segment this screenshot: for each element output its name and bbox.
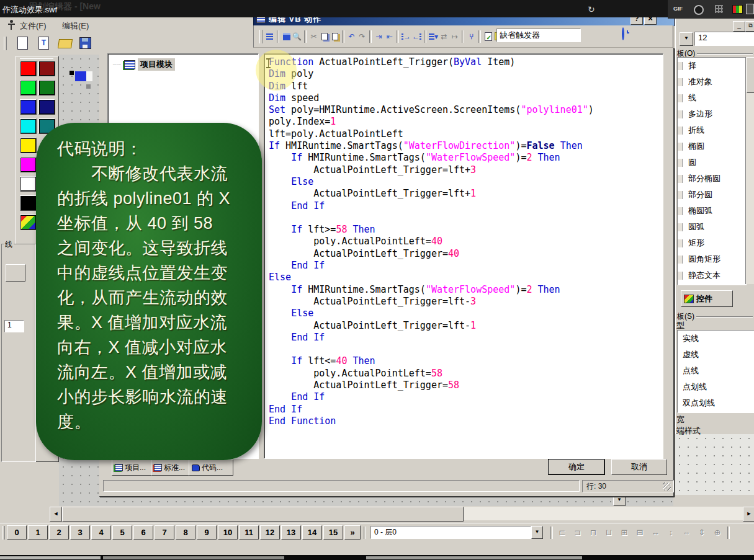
sort-list-icon[interactable]: ▾	[429, 30, 438, 43]
print-icon[interactable]	[282, 30, 291, 43]
toolbar-grip[interactable]	[4, 37, 7, 50]
object-list-scrollbar[interactable]	[745, 57, 754, 284]
palette-object-item[interactable]: 多边形	[678, 106, 746, 122]
goto-icon[interactable]: ↦	[450, 30, 459, 43]
layer-button[interactable]: 13	[281, 525, 301, 540]
design-canvas-right[interactable]	[675, 434, 754, 495]
copy-icon[interactable]	[320, 30, 329, 43]
layer-button[interactable]: 0	[7, 525, 27, 540]
tree-item-label[interactable]: 项目模块	[138, 58, 175, 71]
line-style-item[interactable]: 实线	[678, 331, 754, 347]
layer-button[interactable]: 5	[112, 525, 132, 540]
tree-item-project-modules[interactable]: ┈┈ 项目模块	[113, 58, 258, 71]
layer-button[interactable]: 15	[323, 525, 343, 540]
tab-project[interactable]: 项目...	[112, 460, 155, 476]
same-width-icon[interactable]: ⇔	[679, 526, 694, 540]
same-size-icon[interactable]: ⊕	[710, 526, 725, 540]
swap-ab-icon[interactable]: ⇄	[439, 30, 449, 43]
toolbar-grip[interactable]	[259, 30, 263, 43]
same-height-icon[interactable]: ⇕	[694, 526, 709, 540]
layer-button[interactable]: 4	[91, 525, 111, 540]
palette-object-item[interactable]: 静态文本	[678, 267, 746, 283]
align-left-icon[interactable]: ⊏	[555, 526, 570, 540]
cut-icon[interactable]: ✂	[309, 30, 318, 43]
line-style-item[interactable]: 点划线	[678, 379, 754, 395]
layerbar-grip[interactable]	[2, 526, 5, 540]
palette-object-item[interactable]: 线	[678, 90, 746, 106]
redo-icon[interactable]: ↷	[357, 30, 367, 43]
outdent-icon[interactable]: ⇤	[385, 30, 394, 43]
cancel-button[interactable]: 取消	[611, 459, 667, 475]
scrollbar-thumb[interactable]	[62, 507, 464, 522]
center-vertical-icon[interactable]: ⊟	[632, 526, 647, 540]
palette-object-item[interactable]: 矩形	[678, 235, 746, 251]
line-width-spin[interactable]: 1	[4, 320, 24, 332]
code-text[interactable]: Function ActualPointLeft_Trigger(ByVal I…	[269, 56, 594, 427]
layer-button[interactable]: 2	[49, 525, 69, 540]
print-preview-icon[interactable]: 🔍	[292, 30, 302, 43]
tab-controls[interactable]: 控件	[681, 290, 733, 307]
palette-object-item[interactable]: 择	[678, 58, 746, 74]
code-editor[interactable]: Function ActualPointLeft_Trigger(ByVal I…	[264, 53, 663, 459]
palette-object-item[interactable]: 圆角矩形	[678, 251, 746, 267]
canvas-object-polyline[interactable]	[75, 71, 86, 81]
color-swatch-multicolor[interactable]	[20, 215, 37, 230]
scroll-right-arrow[interactable]: ►	[743, 507, 754, 522]
align-bottom-icon[interactable]: ⊔	[601, 526, 616, 540]
horizontal-scrollbar[interactable]: ◄ ►	[50, 507, 754, 520]
layer-button[interactable]: 3	[70, 525, 90, 540]
color-swatch-dark-red[interactable]	[38, 61, 55, 76]
color-swatch-magenta[interactable]	[20, 157, 37, 172]
align-right-icon[interactable]: ⊐	[570, 526, 585, 540]
new-document-icon[interactable]	[17, 37, 28, 50]
font-size-field[interactable]: 12	[694, 32, 754, 46]
color-swatch-blue[interactable]	[20, 99, 37, 115]
save-icon[interactable]	[79, 37, 91, 49]
record-icon[interactable]	[694, 5, 704, 15]
capture-grid-icon[interactable]	[715, 5, 723, 13]
line-style-item[interactable]: 虚线	[678, 347, 754, 363]
list-icon[interactable]	[265, 30, 274, 43]
layer-button[interactable]: 12	[260, 525, 280, 540]
tab-standard[interactable]: 标准...	[151, 460, 193, 476]
color-swatch-white[interactable]	[20, 176, 37, 192]
layer-button[interactable]: 6	[133, 525, 153, 540]
undo-icon[interactable]: ↶	[347, 30, 356, 43]
ok-button[interactable]: 确定	[548, 459, 605, 475]
palette-object-item[interactable]: 折线	[678, 122, 746, 138]
restore-button[interactable]: ⧉	[745, 21, 754, 32]
line-style-item[interactable]: 双点划线	[678, 395, 754, 411]
open-folder-icon[interactable]	[58, 39, 73, 48]
layer-combobox[interactable]: 0 - 层0	[370, 526, 531, 539]
line-width-slider[interactable]	[6, 264, 25, 282]
trigger-field[interactable]: 缺省触发器	[496, 29, 581, 42]
block-indent-icon[interactable]: →	[402, 30, 411, 43]
color-swatch-dark-green[interactable]	[38, 80, 55, 96]
alarm-clock-icon[interactable]	[622, 29, 624, 40]
layer-button[interactable]: 1	[28, 525, 48, 540]
color-swatch-red[interactable]	[20, 61, 37, 76]
palette-object-item[interactable]: 椭圆	[678, 138, 746, 154]
center-horizontal-icon[interactable]: ⊞	[617, 526, 632, 540]
color-swatch-cyan[interactable]	[20, 118, 37, 134]
layer-button[interactable]: 10	[218, 525, 238, 540]
menu-item-file[interactable]: 文件(F)	[20, 20, 47, 32]
palette-object-item[interactable]: 圆	[678, 154, 746, 171]
layer-button[interactable]: 14	[302, 525, 322, 540]
block-outdent-icon[interactable]: ←	[412, 30, 421, 43]
palette-object-item[interactable]: 部分圆	[678, 187, 746, 203]
check-script-icon[interactable]: ✓	[483, 30, 493, 43]
space-vertical-icon[interactable]: ↕	[663, 526, 678, 540]
scroll-left-arrow[interactable]: ◄	[50, 507, 62, 522]
minimize-button[interactable]: _	[733, 21, 745, 32]
line-style-item[interactable]: 点线	[678, 363, 754, 379]
indent-icon[interactable]: ⇥	[374, 30, 384, 43]
object-scroll-thumb[interactable]	[747, 57, 754, 93]
layer-combo-arrow[interactable]: ▼	[531, 526, 543, 539]
align-top-icon[interactable]: ⊓	[586, 526, 601, 540]
tab-code[interactable]: 代码...	[189, 460, 233, 476]
layer-button[interactable]: 8	[176, 525, 195, 540]
selection-handle[interactable]	[86, 84, 91, 89]
layer-button[interactable]: 9	[197, 525, 217, 540]
refresh-icon[interactable]: ↻	[588, 4, 595, 14]
